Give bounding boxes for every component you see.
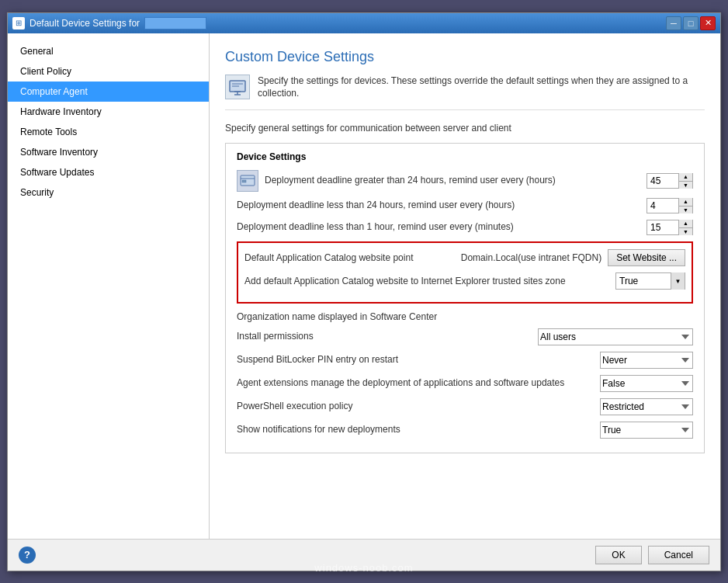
bottom-left: ? (19, 547, 36, 564)
spinner-input-3[interactable] (647, 220, 678, 234)
bitlocker-select[interactable]: Never (600, 352, 693, 369)
spin-down-3[interactable]: ▼ (679, 228, 692, 236)
agent-extensions-select[interactable]: False (600, 375, 693, 392)
window-icon: ⊞ (12, 17, 25, 29)
title-bar: ⊞ Default Device Settings for ─ □ ✕ (8, 13, 720, 33)
minimize-button[interactable]: ─ (666, 16, 681, 30)
setting-row-2: Deployment deadline less than 24 hours, … (237, 198, 693, 213)
title-bar-left: ⊞ Default Device Settings for (12, 17, 206, 29)
spinner-2[interactable]: ▲ ▼ (647, 198, 693, 213)
spin-down-2[interactable]: ▼ (679, 206, 692, 214)
bottom-bar: ? OK Cancel (8, 539, 720, 571)
setting-row-3: Deployment deadline less than 1 hour, re… (237, 220, 693, 235)
set-website-button[interactable]: Set Website ... (608, 249, 685, 266)
catalog-website-row: Default Application Catalog website poin… (244, 249, 685, 266)
sidebar-item-hardware-inventory[interactable]: Hardware Inventory (8, 102, 209, 122)
spinner-input-1[interactable] (647, 174, 678, 188)
catalog-website-value: Domain.Local(use intranet FQDN) (461, 252, 601, 263)
org-name-label: Organization name displayed in Software … (237, 311, 437, 322)
spinner-buttons-1: ▲ ▼ (678, 173, 692, 189)
spin-down-1[interactable]: ▼ (679, 182, 692, 189)
trusted-zone-label: Add default Application Catalog website … (244, 276, 609, 286)
spin-up-1[interactable]: ▲ (679, 173, 692, 182)
spinner-1[interactable]: ▲ ▼ (647, 173, 693, 189)
spinner-3[interactable]: ▲ ▼ (647, 220, 693, 235)
setting-label-1: Deployment deadline greater than 24 hour… (265, 175, 640, 187)
main-panel: Custom Device Settings Specify the setti… (210, 33, 720, 539)
window-content: General Client Policy Computer Agent Har… (8, 33, 720, 539)
notifications-label: Show notifications for new deployments (237, 424, 600, 436)
window-title-label: Default Device Settings for (29, 18, 140, 29)
main-window: ⊞ Default Device Settings for ─ □ ✕ Gene… (7, 12, 721, 571)
panel-description: Specify the settings for devices. These … (225, 75, 705, 111)
device-settings-group: Device Settings Deployment deadline grea… (225, 143, 705, 453)
agent-extensions-label: Agent extensions manage the deployment o… (237, 377, 600, 390)
setting-row-1: Deployment deadline greater than 24 hour… (237, 170, 693, 192)
cancel-button[interactable]: Cancel (648, 546, 709, 564)
window-title-input[interactable] (144, 17, 206, 29)
dropdown-row-agent-extensions: Agent extensions manage the deployment o… (237, 375, 693, 392)
trusted-zone-dropdown-arrow[interactable]: ▼ (671, 272, 685, 290)
panel-title: Custom Device Settings (225, 49, 705, 65)
notifications-select[interactable]: True (600, 422, 693, 439)
sidebar-item-client-policy[interactable]: Client Policy (8, 61, 209, 82)
sidebar-item-general[interactable]: General (8, 41, 209, 61)
org-name-row: Organization name displayed in Software … (237, 311, 693, 322)
ok-button[interactable]: OK (595, 546, 641, 564)
trusted-zone-dropdown[interactable]: True ▼ (615, 272, 685, 290)
bottom-right: OK Cancel (595, 546, 709, 564)
install-permissions-select[interactable]: All users (538, 328, 693, 345)
highlighted-section: Default Application Catalog website poin… (237, 241, 693, 304)
setting-label-2: Deployment deadline less than 24 hours, … (237, 200, 640, 212)
panel-description-text: Specify the settings for devices. These … (258, 75, 705, 101)
setting-icon-1 (237, 170, 258, 192)
install-permissions-label: Install permissions (237, 331, 538, 343)
device-settings-title: Device Settings (237, 151, 693, 162)
powershell-select[interactable]: Restricted (600, 398, 693, 415)
trusted-zone-row: Add default Application Catalog website … (244, 272, 685, 290)
sidebar-item-software-updates[interactable]: Software Updates (8, 162, 209, 182)
panel-icon (225, 75, 250, 99)
dropdown-row-notifications: Show notifications for new deployments T… (237, 422, 693, 439)
help-icon[interactable]: ? (19, 547, 36, 564)
spin-up-3[interactable]: ▲ (679, 220, 692, 228)
spinner-buttons-2: ▲ ▼ (678, 198, 692, 213)
sidebar-item-remote-tools[interactable]: Remote Tools (8, 122, 209, 142)
trusted-zone-value: True (616, 276, 671, 286)
sidebar-item-computer-agent[interactable]: Computer Agent (8, 82, 209, 102)
powershell-label: PowerShell execution policy (237, 401, 600, 413)
dropdown-row-powershell: PowerShell execution policy Restricted (237, 398, 693, 415)
dropdown-row-install-permissions: Install permissions All users (237, 328, 693, 345)
title-controls: ─ □ ✕ (666, 16, 716, 30)
close-button[interactable]: ✕ (700, 16, 716, 30)
setting-label-3: Deployment deadline less than 1 hour, re… (237, 221, 640, 234)
catalog-website-label: Default Application Catalog website poin… (244, 252, 455, 263)
maximize-button[interactable]: □ (683, 16, 699, 30)
dropdown-row-bitlocker: Suspend BitLocker PIN entry on restart N… (237, 352, 693, 369)
spin-up-2[interactable]: ▲ (679, 198, 692, 206)
svg-rect-8 (242, 180, 246, 182)
spinner-input-2[interactable] (647, 199, 678, 213)
sidebar-item-software-inventory[interactable]: Software Inventory (8, 142, 209, 162)
general-settings-text: Specify general settings for communicati… (225, 123, 705, 134)
sidebar: General Client Policy Computer Agent Har… (8, 33, 210, 539)
bitlocker-label: Suspend BitLocker PIN entry on restart (237, 354, 600, 366)
spinner-buttons-3: ▲ ▼ (678, 220, 692, 235)
sidebar-item-security[interactable]: Security (8, 182, 209, 203)
